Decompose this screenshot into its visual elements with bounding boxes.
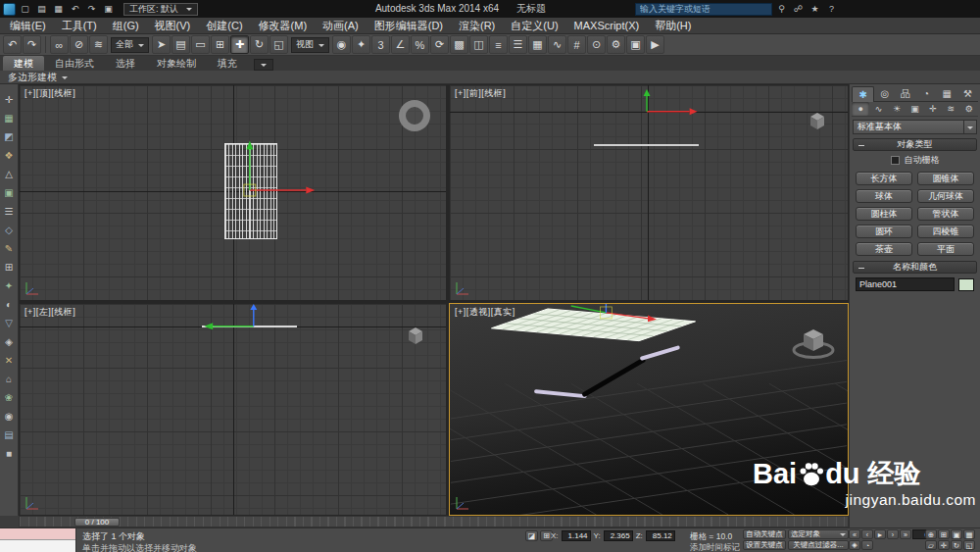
primitive-button[interactable]: 球体 (856, 189, 912, 203)
undo-icon[interactable]: ↶ (68, 2, 82, 16)
primitive-button[interactable]: 平面 (917, 242, 974, 256)
left-toolbar-icon[interactable]: ◈ (1, 332, 18, 351)
align-icon[interactable]: ≡ (489, 35, 508, 54)
snap-toggle-3d-icon[interactable]: 3 (371, 35, 390, 54)
time-config-icon[interactable]: ◔ (861, 540, 873, 550)
primitive-button[interactable]: 圆环 (856, 225, 912, 238)
steering-wheel-widget[interactable] (399, 100, 430, 131)
select-and-scale-icon[interactable]: ◱ (270, 35, 288, 54)
menu-item[interactable]: 组(G) (105, 18, 147, 33)
rollout-name-color[interactable]: 名称和颜色 (853, 261, 977, 274)
bind-to-spacewarp-icon[interactable]: ≋ (89, 35, 108, 54)
prev-frame-button[interactable]: ‹ (861, 529, 873, 539)
play-button[interactable]: ► (874, 529, 886, 539)
menu-item[interactable]: 编辑(E) (2, 18, 54, 33)
zoom-extents-button[interactable]: ▣ (951, 529, 962, 539)
cat-lights[interactable]: ☀ (888, 102, 906, 116)
favorites-icon[interactable]: ★ (808, 2, 822, 16)
workspace-dropdown[interactable]: 工作区: 默认 (123, 3, 198, 16)
maximize-viewport-button[interactable]: ◱ (963, 540, 975, 550)
z-field[interactable]: 85.12 (646, 530, 675, 541)
spinner-snap-icon[interactable]: ⟳ (430, 35, 449, 54)
maxscript-mini-listener[interactable] (0, 528, 76, 552)
key-filters-button[interactable]: 关键点过滤器... (788, 540, 849, 550)
use-pivot-center-icon[interactable]: ◉ (332, 35, 351, 54)
left-toolbar-icon[interactable]: ✛ (1, 90, 18, 109)
infocenter-search-input[interactable] (635, 3, 772, 16)
zoom-button[interactable]: ⊕ (925, 529, 937, 539)
viewcube-icon[interactable] (805, 109, 830, 132)
select-and-rotate-icon[interactable]: ↻ (250, 35, 269, 54)
help-icon[interactable]: ? (824, 2, 839, 16)
cat-systems[interactable]: ⚙ (960, 102, 978, 116)
left-toolbar-icon[interactable]: ✎ (1, 239, 18, 258)
ribbon-minimize-button[interactable] (254, 59, 273, 71)
cat-shapes[interactable]: ∿ (869, 102, 887, 116)
setkey-button[interactable]: 设置关键点 (743, 540, 786, 550)
autogrid-checkbox[interactable] (891, 156, 900, 165)
viewport-label[interactable]: [+][透视][真实] (455, 306, 515, 319)
left-toolbar-icon[interactable]: ⊞ (1, 258, 18, 276)
reference-coordinate-dropdown[interactable]: 视图 (291, 37, 329, 53)
unlink-selection-icon[interactable]: ⊘ (70, 35, 88, 54)
graphite-ribbon-icon[interactable]: ▦ (528, 35, 547, 54)
tab-motion[interactable]: ◔ (916, 86, 937, 102)
viewport-front[interactable]: [+][前][线框] (449, 84, 849, 301)
menu-item[interactable]: 工具(T) (54, 18, 105, 33)
redo-icon[interactable]: ↷ (84, 2, 99, 16)
left-toolbar-icon[interactable]: ▽ (1, 314, 18, 332)
cat-spacewarps[interactable]: ≋ (942, 102, 959, 116)
primitive-button[interactable]: 几何球体 (917, 189, 974, 203)
viewcube-icon[interactable] (403, 324, 428, 347)
spline-segment[interactable] (642, 348, 678, 359)
redo-icon[interactable]: ↷ (23, 35, 41, 54)
menu-item[interactable]: MAXScript(X) (566, 18, 648, 33)
menu-item[interactable]: 渲染(R) (451, 18, 503, 33)
left-toolbar-icon[interactable]: ▦ (1, 109, 18, 127)
window-crossing-icon[interactable]: ⊞ (211, 35, 229, 54)
pan-button[interactable]: ✛ (938, 540, 950, 550)
tab-hierarchy[interactable]: 品 (895, 86, 915, 102)
left-toolbar-icon[interactable]: ◐ (1, 295, 18, 314)
selection-region-icon[interactable]: ▭ (191, 35, 210, 54)
menu-item[interactable]: 视图(V) (147, 18, 199, 33)
listener-row[interactable] (0, 540, 75, 552)
viewport-label[interactable]: [+][前][线框] (455, 87, 506, 100)
rendered-frame-icon[interactable]: ▣ (626, 35, 645, 54)
selection-filter-dropdown[interactable]: 全部 (111, 37, 149, 53)
time-slider[interactable]: 0 / 100 (19, 516, 849, 527)
material-editor-icon[interactable]: ⊙ (587, 35, 606, 54)
left-toolbar-icon[interactable]: ▣ (1, 183, 18, 202)
viewport-left[interactable]: [+][左][线框] (19, 303, 447, 516)
render-setup-icon[interactable]: ⚙ (607, 35, 625, 54)
schematic-view-icon[interactable]: # (567, 35, 586, 54)
add-time-tag[interactable]: 添加时间标记 (690, 542, 740, 552)
object-color-swatch[interactable] (958, 278, 974, 291)
layer-manager-icon[interactable]: ☰ (509, 35, 527, 54)
named-selection-sets-icon[interactable]: ▩ (450, 35, 468, 54)
menu-item[interactable]: 帮助(H) (647, 18, 699, 33)
go-to-end-button[interactable]: » (900, 529, 911, 539)
tab-display[interactable]: ▦ (937, 86, 957, 102)
app-logo-icon[interactable] (3, 3, 16, 16)
tab-modify[interactable]: ◎ (874, 86, 895, 102)
left-toolbar-icon[interactable]: ⌂ (1, 370, 18, 388)
macro-recorder-row[interactable] (0, 528, 75, 540)
menu-item[interactable]: 图形编辑器(D) (367, 18, 451, 33)
percent-snap-icon[interactable]: % (411, 35, 429, 54)
spline-segment[interactable] (585, 360, 643, 394)
left-toolbar-icon[interactable]: ✦ (1, 276, 18, 295)
select-and-manipulate-icon[interactable]: ✦ (352, 35, 370, 54)
curve-editor-icon[interactable]: ∿ (548, 35, 566, 54)
viewcube-icon[interactable] (791, 320, 836, 361)
left-toolbar-icon[interactable]: △ (1, 165, 18, 183)
mirror-icon[interactable]: ◫ (469, 35, 488, 54)
next-frame-button[interactable]: › (887, 529, 899, 539)
left-toolbar-icon[interactable]: ❀ (1, 388, 18, 407)
menu-item[interactable]: 创建(C) (198, 18, 250, 33)
primitive-button[interactable]: 长方体 (856, 172, 912, 185)
fov-button[interactable]: ▱ (925, 540, 937, 550)
primitive-type-dropdown[interactable]: 标准基本体 (853, 120, 977, 134)
x-field[interactable]: 1.144 (562, 530, 591, 541)
menu-item[interactable]: 自定义(U) (503, 18, 565, 33)
